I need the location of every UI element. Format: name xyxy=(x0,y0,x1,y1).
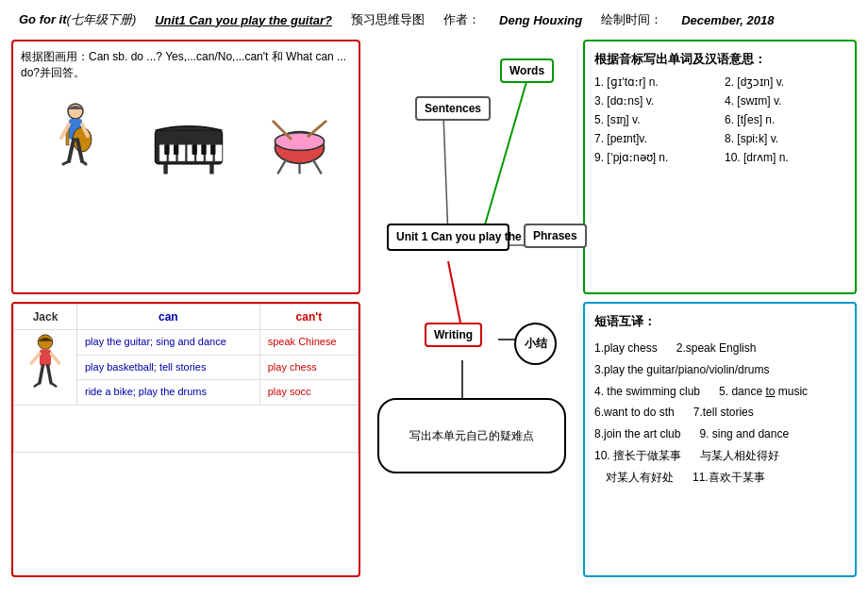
phrase-row-4: 6.want to do sth 7.tell stories xyxy=(594,402,845,423)
svg-line-28 xyxy=(277,158,286,174)
title-text: Go for it xyxy=(19,12,67,26)
summary-label: 小结 xyxy=(525,336,547,352)
svg-line-44 xyxy=(448,261,462,332)
svg-rect-34 xyxy=(40,349,51,365)
subtitle-prefix: (七年级下册) xyxy=(67,12,137,26)
word-item-10: 10. [drʌm] n. xyxy=(725,151,845,164)
phrase-row-2: 3.play the guitar/piano/violin/drums xyxy=(594,359,845,381)
main-content: 根据图画用：Can sb. do ...? Yes,...can/No,...c… xyxy=(11,40,857,577)
col-can: can xyxy=(77,305,260,330)
node-phrases: Phrases xyxy=(524,224,587,248)
images-row xyxy=(21,91,351,204)
header-maptype: 预习思维导图 xyxy=(351,11,425,28)
phrase-9: 9. sing and dance xyxy=(699,423,789,445)
header-unit: Unit1 Can you play the guitar? xyxy=(155,13,332,27)
svg-line-35 xyxy=(31,354,40,363)
table-box: Jack can can't xyxy=(11,302,360,577)
svg-line-9 xyxy=(82,161,86,164)
svg-rect-22 xyxy=(210,144,215,155)
guitar-player-icon xyxy=(42,100,108,194)
header: Go for it(七年级下册) Unit1 Can you play the … xyxy=(11,8,857,32)
phrase-row-5: 8.join the art club 9. sing and dance xyxy=(594,423,845,445)
mindmap-area: Sentences Words Unit 1 Can you play the … xyxy=(368,40,576,577)
svg-rect-13 xyxy=(177,144,185,161)
right-column: 根据音标写出单词及汉语意思： 1. [ɡɪˈtɑːr] n. 2. [dʒɔɪn… xyxy=(583,40,857,577)
svg-line-38 xyxy=(48,366,51,383)
drum-icon xyxy=(269,117,330,178)
word-item-1: 1. [ɡɪˈtɑːr] n. xyxy=(594,75,715,89)
header-author-label: 作者： xyxy=(443,11,480,28)
person-icon xyxy=(22,334,69,395)
left-column: 根据图画用：Can sb. do ...? Yes,...can/No,...c… xyxy=(11,40,360,577)
svg-rect-21 xyxy=(201,144,206,155)
can-row3: ride a bike; play the drums xyxy=(77,380,260,406)
node-summary: 小结 xyxy=(514,323,557,365)
piano-icon xyxy=(151,109,226,185)
words-label: Words xyxy=(509,64,544,77)
svg-line-8 xyxy=(63,161,69,164)
svg-line-41 xyxy=(443,115,448,238)
phrase-row-6: 10. 擅长于做某事 与某人相处得好 xyxy=(594,445,845,467)
phrases-box: 短语互译： 1.play chess 2.speak English 3.pla… xyxy=(583,302,857,577)
can-row2: play basketball; tell stories xyxy=(77,355,260,380)
image-box: 根据图画用：Can sb. do ...? Yes,...can/No,...c… xyxy=(11,40,360,294)
svg-line-37 xyxy=(40,366,42,383)
svg-line-6 xyxy=(69,140,74,161)
node-sentences: Sentences xyxy=(415,96,491,121)
table-row: play the guitar; sing and dance speak Ch… xyxy=(14,330,359,356)
svg-rect-18 xyxy=(164,144,169,155)
cant-row1: speak Chinese xyxy=(259,330,358,356)
phrase-2: 2.speak English xyxy=(676,338,757,359)
node-center: Unit 1 Can you play the guitar? xyxy=(387,224,509,251)
svg-rect-24 xyxy=(209,164,213,174)
header-author: Deng Houxing xyxy=(499,13,582,27)
word-item-2: 2. [dʒɔɪn] v. xyxy=(725,75,845,89)
phrase-3: 3.play the guitar/piano/violin/drums xyxy=(594,359,769,381)
phrase-5: 5. dance to music xyxy=(719,381,808,403)
word-item-8: 8. [spiːk] v. xyxy=(725,132,845,145)
phrases-content: 1.play chess 2.speak English 3.play the … xyxy=(594,338,845,489)
phrase-1: 1.play chess xyxy=(594,338,658,359)
phrase-11: 与某人相处得好 xyxy=(700,445,779,467)
svg-rect-17 xyxy=(214,144,222,161)
header-title: Go for it(七年级下册) xyxy=(19,11,136,28)
table-row-empty xyxy=(14,405,359,452)
phrase-row-1: 1.play chess 2.speak English xyxy=(594,338,845,359)
word-item-5: 5. [sɪŋ] v. xyxy=(594,113,715,126)
svg-line-40 xyxy=(51,383,56,386)
svg-line-29 xyxy=(312,158,321,174)
svg-rect-19 xyxy=(174,144,178,155)
header-date: December, 2018 xyxy=(681,13,774,27)
phrases-label: Phrases xyxy=(533,229,577,242)
page: Go for it(七年级下册) Unit1 Can you play the … xyxy=(0,0,868,614)
word-item-9: 9. [ˈpjɑːnəʊ] n. xyxy=(594,151,715,164)
col-jack: Jack xyxy=(14,305,77,330)
svg-point-33 xyxy=(38,335,53,350)
node-words: Words xyxy=(500,58,554,83)
word-item-3: 3. [dɑːns] v. xyxy=(594,94,715,108)
phrase-4: 4. the swimming club xyxy=(594,381,700,403)
svg-line-39 xyxy=(35,383,40,386)
word-item-6: 6. [tʃes] n. xyxy=(725,113,845,126)
notes-label: 写出本单元自己的疑难点 xyxy=(409,428,534,444)
phrase-8: 8.join the art club xyxy=(594,423,680,445)
phrase-12: 对某人有好处 xyxy=(594,467,674,489)
words-title: 根据音标写出单词及汉语意思： xyxy=(594,51,845,68)
words-box: 根据音标写出单词及汉语意思： 1. [ɡɪˈtɑːr] n. 2. [dʒɔɪn… xyxy=(583,40,857,294)
image-instruction: 根据图画用：Can sb. do ...? Yes,...can/No,...c… xyxy=(21,49,351,81)
phrase-row-3: 4. the swimming club 5. dance to music xyxy=(594,381,845,403)
phrase-13: 11.喜欢干某事 xyxy=(693,467,765,489)
col-cant: can't xyxy=(259,305,358,330)
phrase-row-7: 对某人有好处 11.喜欢干某事 xyxy=(594,467,845,489)
middle-column: Sentences Words Unit 1 Can you play the … xyxy=(368,40,576,577)
word-item-7: 7. [peɪnt]v. xyxy=(594,132,715,145)
node-notes: 写出本单元自己的疑难点 xyxy=(377,398,566,473)
words-grid: 1. [ɡɪˈtɑːr] n. 2. [dʒɔɪn] v. 3. [dɑːns]… xyxy=(594,75,845,164)
phrase-6: 6.want to do sth xyxy=(594,402,675,423)
word-item-4: 4. [swɪm] v. xyxy=(725,94,845,108)
svg-rect-23 xyxy=(163,164,167,174)
phrases-title: 短语互译： xyxy=(594,313,845,330)
svg-line-32 xyxy=(308,121,326,136)
header-date-label: 绘制时间： xyxy=(601,11,662,28)
svg-point-27 xyxy=(275,132,324,150)
